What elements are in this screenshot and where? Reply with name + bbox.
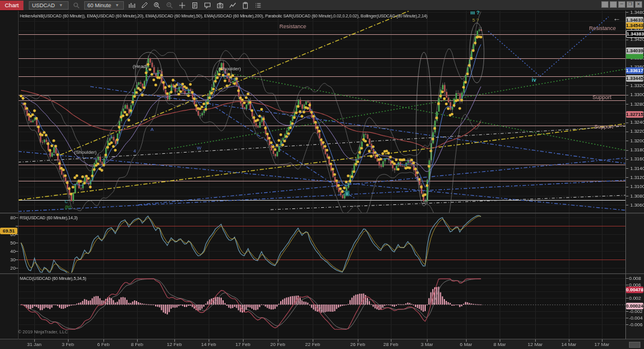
chart-annotation[interactable]: 5 ? bbox=[472, 17, 479, 23]
panel-button[interactable] bbox=[601, 1, 609, 8]
chart-annotation[interactable]: (b) bbox=[65, 204, 71, 210]
chart-annotation[interactable]: i bbox=[147, 68, 149, 74]
chart-annotation[interactable]: C bbox=[223, 75, 226, 79]
restore-button[interactable]: ❐ bbox=[627, 1, 634, 8]
instrument-select[interactable]: USDCAD ▾ bbox=[29, 1, 69, 10]
window-controls: ─ ❐ ✕ bbox=[601, 1, 642, 8]
copyright-text: © 2019 NinjaTrader, LLC bbox=[18, 329, 68, 335]
chart-annotation[interactable]: B bbox=[177, 82, 180, 87]
price-axis-tick: 1.33000 bbox=[630, 92, 644, 97]
macd-value-badge: 0.00024 bbox=[626, 303, 643, 309]
price-badge: 1.34383 bbox=[626, 30, 644, 38]
price-axis-tick: 1.31400 bbox=[630, 166, 644, 171]
chart-annotation[interactable]: W bbox=[197, 145, 201, 151]
time-axis-tick: 14 Mar bbox=[557, 342, 581, 347]
instrument-value: USDCAD bbox=[32, 2, 55, 9]
price-axis-tick: 1.31200 bbox=[630, 175, 644, 180]
panel-button[interactable] bbox=[610, 1, 617, 8]
zoom-in-icon[interactable] bbox=[152, 1, 162, 10]
interval-value: 60 Minute bbox=[87, 2, 111, 9]
chart-canvas[interactable] bbox=[0, 0, 644, 349]
price-badge: 1.32715 bbox=[626, 111, 643, 118]
chart-annotation[interactable]: (Shoulder) bbox=[218, 66, 241, 71]
macd-axis-tick: -0.006 bbox=[629, 322, 643, 327]
zoom-out-icon[interactable] bbox=[165, 1, 174, 10]
chart-toolbar: Chart USDCAD ▾ 60 Minute ▾ bbox=[0, 0, 644, 11]
time-axis-tick: 17 Mar bbox=[590, 342, 614, 347]
time-axis-tick: 31 Jan bbox=[22, 342, 46, 347]
time-axis-tick: 3 Mar bbox=[415, 342, 439, 347]
time-axis-tick: 20 Feb bbox=[266, 342, 290, 347]
chart-annotation[interactable]: A bbox=[150, 127, 153, 132]
time-axis-tick: 6 Mar bbox=[454, 342, 478, 347]
chart-annotation[interactable]: Resistance bbox=[589, 25, 616, 31]
price-axis-tick: 1.31800 bbox=[630, 147, 644, 153]
time-axis-tick: 8 Mar bbox=[488, 342, 512, 347]
rsi-axis-tick: 40 bbox=[0, 249, 16, 254]
search-icon[interactable] bbox=[72, 1, 81, 10]
snapshot-icon[interactable] bbox=[215, 1, 225, 10]
report-icon[interactable] bbox=[190, 1, 200, 10]
price-axis-tick: 1.32800 bbox=[630, 102, 644, 107]
rsi-value-badge: 69.51 bbox=[0, 228, 17, 234]
time-axis-tick: 8 Feb bbox=[125, 342, 149, 347]
price-badge: 1.34543 bbox=[626, 22, 643, 29]
chart-style-icon[interactable] bbox=[127, 1, 136, 10]
chart-annotation[interactable]: 2 bbox=[416, 176, 419, 181]
chart-annotation[interactable]: iv bbox=[532, 77, 536, 83]
price-axis-tick: 1.30600 bbox=[630, 202, 644, 208]
macd-axis-tick: 0.002 bbox=[629, 296, 641, 301]
drawing-tools-icon[interactable] bbox=[140, 1, 149, 10]
macd-value-badge: 0.00478 bbox=[626, 287, 643, 293]
strategies-icon[interactable] bbox=[241, 1, 250, 10]
close-button[interactable]: ✕ bbox=[635, 1, 642, 8]
price-axis-tick: 1.32000 bbox=[630, 138, 644, 144]
macd-indicator-label: MACD(USDCAD (60 Minute),5,34,5) bbox=[20, 276, 87, 281]
rsi-axis-tick: 80 bbox=[0, 215, 16, 220]
price-badge: 1.33617 bbox=[626, 67, 643, 74]
interval-select[interactable]: 60 Minute ▾ bbox=[84, 1, 124, 10]
chart-tab[interactable]: Chart bbox=[0, 1, 23, 10]
time-axis-tick: 28 Feb bbox=[379, 342, 403, 347]
price-axis-tick: 1.32200 bbox=[630, 129, 644, 134]
chart-annotation[interactable]: 4 bbox=[133, 148, 136, 154]
main-indicator-label: HeikenAshi8(USDCAD (60 Minute)), EMA(USD… bbox=[20, 14, 428, 18]
time-axis-tick: 6 Feb bbox=[91, 342, 115, 347]
macd-axis-tick: -0.004 bbox=[629, 315, 643, 321]
crosshair-icon[interactable] bbox=[177, 1, 187, 10]
price-axis-tick: 1.31000 bbox=[630, 184, 644, 189]
time-axis-tick: 22 Feb bbox=[301, 342, 325, 347]
time-axis-tick: 12 Feb bbox=[162, 342, 186, 347]
rsi-axis-tick: 20 bbox=[0, 266, 16, 271]
chart-annotation[interactable]: C bbox=[64, 199, 67, 204]
chart-annotation[interactable]: X bbox=[223, 70, 226, 75]
rsi-indicator-label: RSI(USDCAD (60 Minute),14,3) bbox=[20, 216, 78, 220]
h-scrollbar-thumb[interactable] bbox=[629, 342, 640, 348]
note-icon[interactable] bbox=[203, 1, 212, 10]
indicators-icon[interactable] bbox=[228, 1, 238, 10]
chart-annotation[interactable]: Resistance bbox=[280, 23, 307, 29]
go-to-last-bar-icon[interactable]: ← bbox=[613, 14, 621, 23]
minimize-button[interactable]: ─ bbox=[618, 1, 625, 8]
price-badge: 1.33445 bbox=[626, 75, 643, 82]
chart-annotation[interactable]: Support bbox=[592, 94, 612, 100]
chart-annotation[interactable]: Support bbox=[594, 124, 613, 130]
chart-annotation[interactable]: 3 bbox=[109, 134, 112, 139]
rsi-axis-tick: 50 bbox=[0, 240, 16, 246]
time-axis-tick: 26 Feb bbox=[346, 342, 370, 347]
price-axis-tick: 1.30800 bbox=[630, 193, 644, 199]
price-axis-tick: 1.31600 bbox=[630, 156, 644, 162]
properties-icon[interactable] bbox=[253, 1, 263, 10]
chart-annotation[interactable]: Y bbox=[345, 184, 348, 188]
price-axis-tick: 1.33200 bbox=[630, 83, 644, 88]
time-axis-tick: 14 Feb bbox=[197, 342, 221, 347]
chevron-down-icon: ▾ bbox=[116, 2, 118, 9]
time-axis-tick: 17 Feb bbox=[231, 342, 255, 347]
chart-annotation[interactable]: ii bbox=[345, 191, 349, 196]
macd-axis-tick: 0.008 bbox=[629, 276, 641, 281]
chart-annotation[interactable]: (Shoulder) bbox=[74, 150, 96, 155]
price-axis-tick: 1.32400 bbox=[630, 120, 644, 125]
rsi-axis-tick: 30 bbox=[0, 257, 16, 263]
price-badge: 1.34039 bbox=[626, 47, 643, 54]
chart-annotation[interactable]: (Head) bbox=[133, 64, 147, 69]
